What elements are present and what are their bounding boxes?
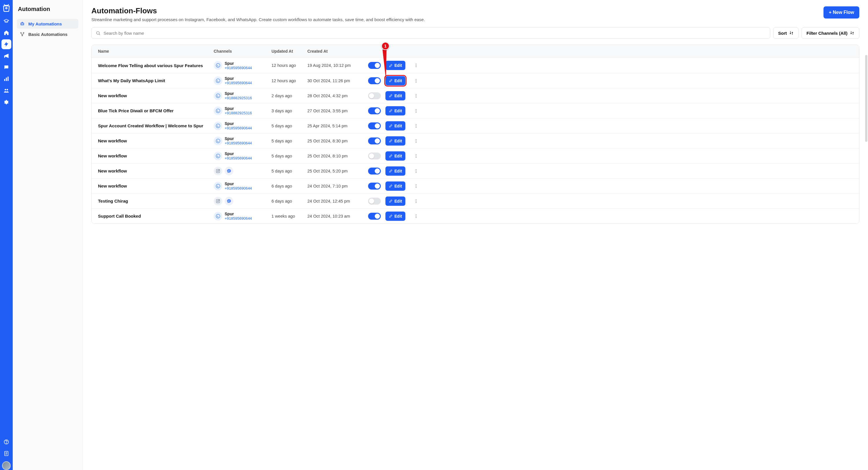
cell-channels: Spur+918595690644: [214, 151, 272, 160]
edit-button[interactable]: Edit: [385, 121, 405, 130]
edit-button[interactable]: Edit: [385, 136, 405, 146]
search-input-wrapper[interactable]: [91, 27, 770, 39]
svg-point-44: [416, 142, 416, 142]
svg-point-36: [416, 112, 416, 112]
more-menu-button[interactable]: [413, 183, 420, 189]
filter-channels-button[interactable]: Filter Channels (All): [802, 27, 859, 39]
active-toggle[interactable]: [368, 107, 381, 114]
svg-rect-2: [6, 78, 7, 81]
channel-number[interactable]: +918595690644: [225, 216, 252, 221]
new-flow-button[interactable]: + New Flow: [824, 6, 859, 19]
edit-button[interactable]: Edit: [385, 91, 405, 100]
edit-button[interactable]: Edit: [385, 76, 405, 85]
more-menu-button[interactable]: [413, 198, 420, 205]
active-toggle[interactable]: [368, 152, 381, 159]
channel-number[interactable]: +918882925316: [225, 96, 252, 100]
cell-updated: 6 days ago: [272, 184, 307, 188]
svg-point-45: [216, 154, 220, 158]
edit-icon: [389, 109, 393, 113]
table-row: Blue Tick Price Diwali or BFCM OfferSpur…: [92, 103, 859, 118]
th-updated: Updated At: [272, 49, 307, 54]
cell-name: New workflow: [98, 93, 214, 98]
rail-academy-icon[interactable]: [1, 16, 11, 26]
channel-number[interactable]: +918595690644: [225, 141, 252, 145]
table-row: Spur Account Created Workflow | Welcome …: [92, 118, 859, 133]
rail-docs-icon[interactable]: [1, 448, 11, 459]
more-menu-button[interactable]: [413, 62, 420, 69]
scrollbar[interactable]: [865, 55, 867, 142]
cell-updated: 12 hours ago: [272, 79, 307, 83]
svg-point-23: [416, 65, 416, 66]
table-row: What's My Daily WhatsApp LimitSpur+91859…: [92, 73, 859, 88]
rail-help-icon[interactable]: [1, 437, 11, 447]
cell-updated: 5 days ago: [272, 154, 307, 158]
more-menu-button[interactable]: [413, 168, 420, 175]
cell-created: 25 Oct 2024, 5:20 pm: [307, 169, 368, 173]
edit-button[interactable]: Edit: [385, 211, 405, 221]
edit-icon: [389, 64, 393, 67]
sort-button[interactable]: Sort: [773, 27, 799, 39]
svg-point-55: [216, 184, 220, 188]
channel-number[interactable]: +918595690644: [225, 81, 252, 85]
cell-created: 28 Oct 2024, 4:32 pm: [307, 93, 368, 98]
channel-number[interactable]: +918595690644: [225, 66, 252, 70]
rail-contacts-icon[interactable]: [1, 86, 11, 95]
rail-automation-icon[interactable]: [1, 39, 11, 49]
channel-number[interactable]: +918595690644: [225, 186, 252, 190]
ig-icon: [214, 167, 222, 175]
more-menu-button[interactable]: [413, 138, 420, 144]
active-toggle[interactable]: [368, 77, 381, 84]
more-menu-button[interactable]: [413, 92, 420, 99]
table-row: New workflowSpur+9185956906445 days ago2…: [92, 133, 859, 148]
edit-button[interactable]: Edit: [385, 181, 405, 191]
cell-created: 24 Oct 2024, 10:23 am: [307, 214, 368, 218]
msg-icon: [225, 167, 233, 175]
edit-button[interactable]: Edit: [385, 197, 405, 206]
sidebar-item-flow[interactable]: Basic Automations: [17, 29, 79, 39]
active-toggle[interactable]: [368, 183, 381, 189]
edit-button[interactable]: Edit: [385, 151, 405, 160]
search-input[interactable]: [103, 31, 766, 36]
svg-point-35: [416, 110, 416, 111]
edit-button[interactable]: Edit: [385, 61, 405, 70]
sidebar-item-bot[interactable]: My Automations: [17, 19, 79, 29]
active-toggle[interactable]: [368, 62, 381, 69]
rail-settings-icon[interactable]: [1, 97, 11, 107]
more-menu-button[interactable]: [413, 107, 420, 114]
more-menu-button[interactable]: [413, 122, 420, 129]
channel-number[interactable]: +918595690644: [225, 156, 252, 160]
rail-campaigns-icon[interactable]: [1, 51, 11, 61]
cell-name: What's My Daily WhatsApp Limit: [98, 78, 214, 83]
active-toggle[interactable]: [368, 122, 381, 129]
table-row: Welcome Flow Telling about various Spur …: [92, 58, 859, 73]
svg-point-22: [416, 64, 416, 64]
svg-point-19: [97, 31, 99, 34]
svg-point-29: [216, 94, 220, 98]
rail-analytics-icon[interactable]: [1, 74, 11, 84]
svg-point-51: [219, 170, 219, 170]
edit-button[interactable]: Edit: [385, 167, 405, 176]
channel-name: Spur: [225, 121, 252, 126]
user-avatar[interactable]: [2, 461, 11, 470]
rail-chat-icon[interactable]: [1, 62, 11, 72]
nav-rail: [0, 0, 13, 470]
rail-home-icon[interactable]: [1, 28, 11, 38]
active-toggle[interactable]: [368, 168, 381, 175]
more-menu-button[interactable]: [413, 77, 420, 84]
svg-point-62: [416, 199, 416, 200]
active-toggle[interactable]: [368, 92, 381, 99]
sort-icon: [850, 31, 855, 35]
edit-button[interactable]: Edit: [385, 106, 405, 115]
active-toggle[interactable]: [368, 198, 381, 205]
more-menu-button[interactable]: [413, 213, 420, 220]
active-toggle[interactable]: [368, 213, 381, 220]
cell-updated: 5 days ago: [272, 169, 307, 173]
svg-point-25: [216, 79, 220, 83]
channel-number[interactable]: +918595690644: [225, 126, 252, 130]
channel-number[interactable]: +918882925316: [225, 111, 252, 115]
active-toggle[interactable]: [368, 138, 381, 144]
svg-point-34: [416, 109, 416, 110]
more-menu-button[interactable]: [413, 152, 420, 159]
edit-icon: [389, 139, 393, 143]
wa-icon: [214, 91, 222, 100]
